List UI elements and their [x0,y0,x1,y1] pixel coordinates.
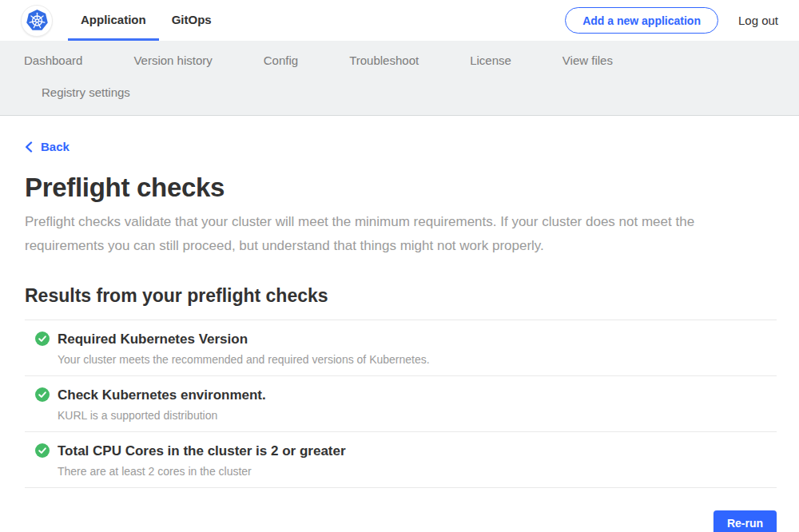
add-new-application-button[interactable]: Add a new application [565,7,718,34]
check-pass-icon [35,387,50,405]
check-title: Check Kubernetes environment. [58,387,266,403]
subnav-item-troubleshoot[interactable]: Troubleshoot [349,54,419,67]
top-tabs: ApplicationGitOps [68,0,225,41]
subnav-item-registry-settings[interactable]: Registry settings [42,85,130,99]
check-title: Required Kubernetes Version [58,331,430,347]
top-navigation: ApplicationGitOps Add a new application … [0,0,799,41]
kubernetes-logo [21,5,53,37]
subnav-row: Registry settings [24,85,799,99]
subnav-item-config[interactable]: Config [264,54,298,67]
subnav-item-view-files[interactable]: View files [562,54,613,67]
results-heading: Results from your preflight checks [25,285,777,307]
re-run-button[interactable]: Re-run [714,510,777,532]
subnav-row: DashboardVersion historyConfigTroublesho… [24,54,799,67]
subnav-item-license[interactable]: License [470,54,511,67]
preflight-content: Back Preflight checks Preflight checks v… [0,116,799,532]
back-label: Back [41,140,70,153]
check-title: Total CPU Cores in the cluster is 2 or g… [58,443,346,459]
preflight-results-list: Required Kubernetes VersionYour cluster … [25,320,777,488]
check-pass-icon [35,443,50,461]
top-tab-gitops[interactable]: GitOps [159,0,225,41]
check-detail: There are at least 2 cores in the cluste… [58,465,346,478]
check-detail: Your cluster meets the recommended and r… [58,353,430,366]
chevron-left-icon [25,141,33,153]
page-title: Preflight checks [25,173,777,203]
preflight-check-row: Required Kubernetes VersionYour cluster … [25,320,777,376]
subnav-item-version-history[interactable]: Version history [133,54,212,67]
top-nav-right: Add a new application Log out [565,7,799,34]
page-description: Preflight checks validate that your clus… [25,210,756,258]
subnav-item-dashboard[interactable]: Dashboard [24,54,82,67]
app-subnav: DashboardVersion historyConfigTroublesho… [0,41,799,116]
footer-actions: Re-run [25,510,777,532]
check-detail: KURL is a supported distribution [58,409,266,422]
log-out-link[interactable]: Log out [738,14,778,27]
back-link[interactable]: Back [25,140,70,153]
preflight-check-row: Check Kubernetes environment.KURL is a s… [25,376,777,432]
top-tab-application[interactable]: Application [68,0,159,41]
kubernetes-logo-icon [25,8,50,33]
preflight-check-row: Total CPU Cores in the cluster is 2 or g… [25,432,777,488]
check-pass-icon [35,332,50,349]
